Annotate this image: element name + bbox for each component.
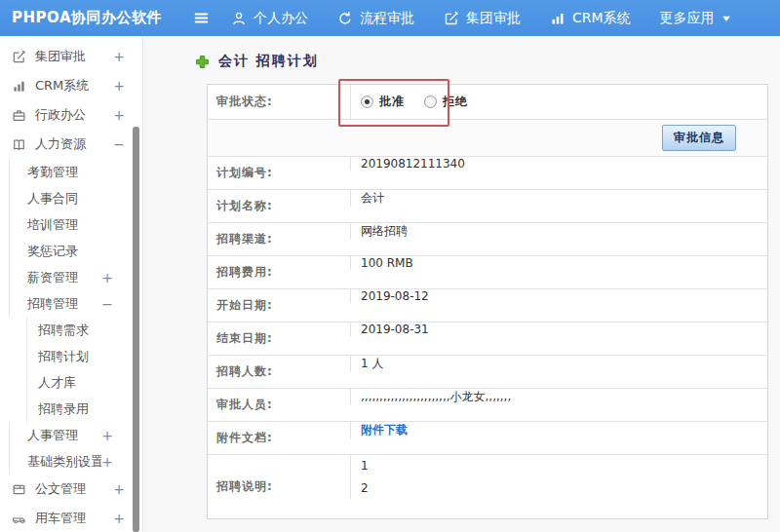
- sidebar-item[interactable]: 考勤管理: [0, 159, 142, 185]
- sidebar-item-label: 基础类别设置: [27, 453, 101, 471]
- sidebar-item[interactable]: 人才库: [0, 369, 142, 396]
- field-label: 招聘说明:: [208, 455, 350, 518]
- field-label: 审批人员:: [208, 389, 350, 421]
- top-nav-item[interactable]: 更多应用: [660, 10, 731, 27]
- field-value-cell: 1 人: [350, 356, 767, 372]
- reject-radio[interactable]: [424, 95, 437, 108]
- sidebar-item-label: 薪资管理: [27, 269, 101, 286]
- top-nav-label: CRM系统: [572, 10, 631, 27]
- sidebar-item[interactable]: 集团审批+: [0, 42, 142, 71]
- approval-status-row: 审批状态: 批准 拒绝: [208, 85, 767, 119]
- sidebar-item[interactable]: 奖惩记录: [0, 238, 142, 264]
- expand-icon[interactable]: +: [113, 49, 142, 64]
- bar-chart-icon: [550, 11, 566, 26]
- briefcase-icon: [12, 107, 27, 123]
- field-value-cell: 2019-08-31: [350, 323, 767, 336]
- collapse-icon[interactable]: −: [113, 136, 142, 152]
- approve-radio-label[interactable]: 批准: [379, 94, 405, 110]
- sidebar-item[interactable]: 人事合同: [0, 185, 142, 211]
- top-nav-item[interactable]: 集团审批: [444, 10, 521, 27]
- reject-radio-label[interactable]: 拒绝: [443, 94, 468, 110]
- field-value: 网络招聘: [361, 223, 408, 240]
- field-value: 会计: [361, 190, 384, 207]
- expand-icon[interactable]: +: [113, 107, 142, 123]
- field-value: 2019-08-31: [361, 323, 429, 336]
- approval-status-label: 审批状态:: [208, 94, 350, 110]
- sidebar-item[interactable]: 基础类别设置+: [0, 448, 142, 475]
- sidebar-item-label: 考勤管理: [27, 164, 142, 181]
- form-row: 审批人员:,,,,,,,,,,,,,,,,,,,,,,,,小龙女,,,,,,,: [208, 388, 767, 421]
- approval-status-value: 批准 拒绝: [350, 85, 767, 119]
- sidebar: 集团审批+CRM系统+行政办公+人力资源−考勤管理人事合同培训管理奖惩记录薪资管…: [0, 36, 143, 532]
- edit-square-icon: [12, 49, 27, 64]
- field-value: ,,,,,,,,,,,,,,,,,,,,,,,,小龙女,,,,,,,: [361, 389, 511, 405]
- sidebar-item-label: 公文管理: [35, 480, 113, 498]
- form-row: 开始日期:2019-08-12: [208, 288, 767, 322]
- top-nav-label: 集团审批: [466, 10, 521, 27]
- expand-icon[interactable]: +: [101, 454, 142, 470]
- sidebar-item[interactable]: 招聘管理−: [0, 290, 142, 317]
- expand-icon[interactable]: +: [113, 511, 142, 526]
- sidebar-item-label: 人事合同: [27, 190, 142, 208]
- sidebar-item[interactable]: 人事管理+: [0, 422, 142, 448]
- top-nav-item[interactable]: 个人办公: [231, 10, 308, 27]
- field-label: 开始日期:: [208, 289, 350, 322]
- sidebar-item[interactable]: 行政办公+: [0, 100, 142, 130]
- field-label: 招聘渠道:: [208, 223, 350, 255]
- approval-button-row: 审批信息: [208, 119, 767, 156]
- attachment-download-link[interactable]: 附件下载: [361, 422, 408, 438]
- form-row: 招聘渠道:网络招聘: [208, 222, 767, 255]
- field-value-cell: 20190812111340: [350, 157, 767, 171]
- sidebar-item[interactable]: 公文管理+: [0, 475, 142, 504]
- top-nav-item[interactable]: CRM系统: [550, 10, 631, 27]
- sidebar-item[interactable]: CRM系统+: [0, 71, 142, 100]
- menu-icon[interactable]: [188, 6, 214, 31]
- user-icon: [231, 11, 247, 26]
- field-value-cell: 12: [350, 455, 767, 499]
- collapse-icon[interactable]: −: [101, 296, 142, 312]
- page-title: 会计 招聘计划: [218, 53, 319, 70]
- top-nav-label: 流程审批: [360, 10, 414, 27]
- approve-radio[interactable]: [361, 95, 373, 108]
- sidebar-item[interactable]: 招聘计划: [0, 343, 142, 369]
- sidebar-item-label: 集团审批: [35, 48, 113, 65]
- field-value-cell: 网络招聘: [350, 223, 767, 240]
- form-rows: 计划编号:20190812111340计划名称:会计招聘渠道:网络招聘招聘费用:…: [208, 156, 767, 518]
- field-value-cell: 2019-08-12: [350, 289, 767, 303]
- form-row: 招聘说明:12: [208, 454, 767, 518]
- approval-info-button[interactable]: 审批信息: [662, 125, 736, 151]
- book-icon: [12, 136, 27, 152]
- form-row: 计划名称:会计: [208, 189, 767, 222]
- field-label: 结束日期:: [208, 323, 350, 355]
- sidebar-item[interactable]: 人力资源−: [0, 130, 142, 159]
- bar-chart-icon: [12, 78, 27, 94]
- car-icon: [12, 511, 27, 526]
- field-label: 招聘费用:: [208, 256, 350, 288]
- expand-icon[interactable]: +: [113, 481, 142, 497]
- form-row: 计划编号:20190812111340: [208, 156, 767, 189]
- top-nav-item[interactable]: 流程审批: [337, 10, 414, 27]
- field-label: 计划名称:: [208, 190, 350, 222]
- sidebar-item-label: 招聘需求: [38, 322, 142, 339]
- sidebar-item-label: 奖惩记录: [27, 243, 142, 260]
- expand-icon[interactable]: +: [101, 428, 142, 443]
- sidebar-item[interactable]: 招聘需求: [0, 317, 142, 343]
- sidebar-item[interactable]: 薪资管理+: [0, 264, 142, 290]
- form-row: 招聘人数:1 人: [208, 355, 767, 388]
- field-value-cell: ,,,,,,,,,,,,,,,,,,,,,,,,小龙女,,,,,,,: [350, 389, 767, 405]
- sidebar-item[interactable]: 招聘录用: [0, 396, 142, 422]
- top-nav: 个人办公流程审批集团审批CRM系统更多应用: [231, 10, 731, 27]
- field-value: 100 RMB: [361, 256, 413, 270]
- expand-icon[interactable]: +: [113, 78, 142, 94]
- field-value-cell: 100 RMB: [350, 256, 767, 270]
- top-nav-label: 更多应用: [660, 10, 715, 27]
- sidebar-item-label: 招聘录用: [38, 400, 142, 418]
- expand-icon[interactable]: +: [101, 270, 142, 285]
- sidebar-item[interactable]: 培训管理: [0, 211, 142, 238]
- add-icon[interactable]: [195, 55, 210, 69]
- field-value-cell: 会计: [350, 190, 767, 207]
- approval-radio-group: 批准 拒绝: [361, 94, 482, 110]
- sidebar-item-label: 招聘管理: [27, 295, 101, 313]
- sidebar-item[interactable]: 用车管理+: [0, 504, 142, 532]
- caret-down-icon: [722, 14, 731, 23]
